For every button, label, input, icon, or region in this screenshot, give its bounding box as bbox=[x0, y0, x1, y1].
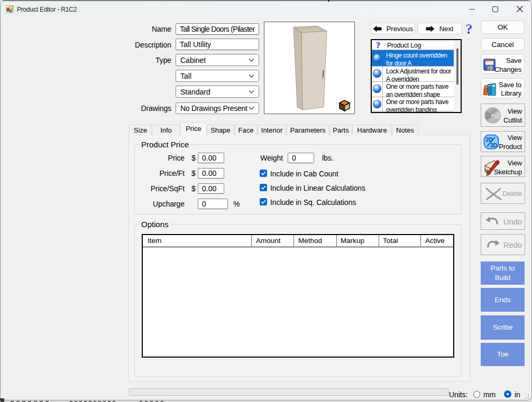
svg-text:3D: 3D bbox=[490, 142, 498, 148]
